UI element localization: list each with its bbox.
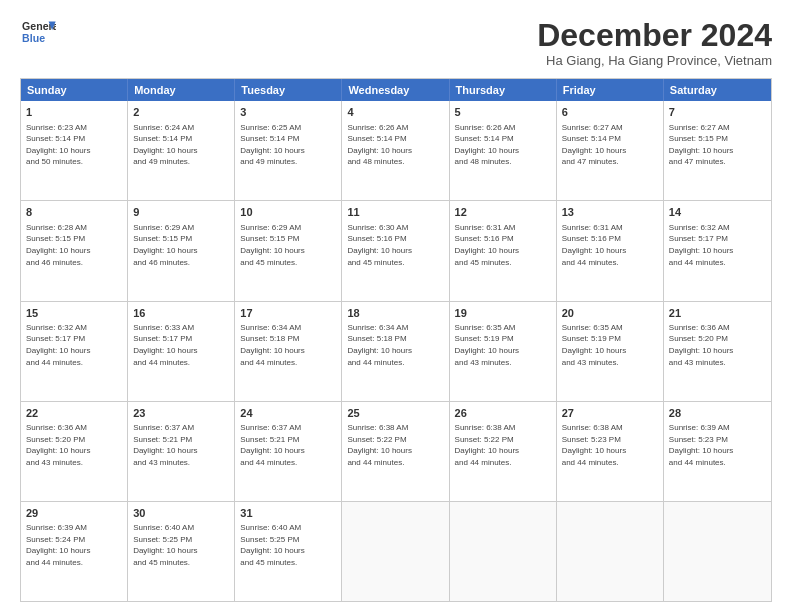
day-number: 6	[562, 105, 658, 120]
calendar-row: 22Sunrise: 6:36 AMSunset: 5:20 PMDayligh…	[21, 402, 771, 502]
calendar-cell	[342, 502, 449, 601]
calendar-cell: 27Sunrise: 6:38 AMSunset: 5:23 PMDayligh…	[557, 402, 664, 501]
day-number: 11	[347, 205, 443, 220]
cell-info: Sunrise: 6:31 AMSunset: 5:16 PMDaylight:…	[455, 222, 551, 268]
cell-info: Sunrise: 6:36 AMSunset: 5:20 PMDaylight:…	[669, 322, 766, 368]
weekday-header: Tuesday	[235, 79, 342, 101]
day-number: 23	[133, 406, 229, 421]
calendar-body: 1Sunrise: 6:23 AMSunset: 5:14 PMDaylight…	[21, 101, 771, 601]
cell-info: Sunrise: 6:26 AMSunset: 5:14 PMDaylight:…	[347, 122, 443, 168]
calendar-cell: 31Sunrise: 6:40 AMSunset: 5:25 PMDayligh…	[235, 502, 342, 601]
calendar-cell: 18Sunrise: 6:34 AMSunset: 5:18 PMDayligh…	[342, 302, 449, 401]
cell-info: Sunrise: 6:40 AMSunset: 5:25 PMDaylight:…	[133, 522, 229, 568]
cell-info: Sunrise: 6:35 AMSunset: 5:19 PMDaylight:…	[562, 322, 658, 368]
logo: General Blue	[20, 18, 56, 48]
weekday-header: Wednesday	[342, 79, 449, 101]
calendar-row: 8Sunrise: 6:28 AMSunset: 5:15 PMDaylight…	[21, 201, 771, 301]
cell-info: Sunrise: 6:33 AMSunset: 5:17 PMDaylight:…	[133, 322, 229, 368]
cell-info: Sunrise: 6:34 AMSunset: 5:18 PMDaylight:…	[347, 322, 443, 368]
calendar-cell: 21Sunrise: 6:36 AMSunset: 5:20 PMDayligh…	[664, 302, 771, 401]
day-number: 8	[26, 205, 122, 220]
cell-info: Sunrise: 6:37 AMSunset: 5:21 PMDaylight:…	[133, 422, 229, 468]
calendar-cell: 20Sunrise: 6:35 AMSunset: 5:19 PMDayligh…	[557, 302, 664, 401]
svg-text:Blue: Blue	[22, 32, 45, 44]
day-number: 13	[562, 205, 658, 220]
month-title: December 2024	[537, 18, 772, 53]
calendar-cell: 13Sunrise: 6:31 AMSunset: 5:16 PMDayligh…	[557, 201, 664, 300]
calendar-row: 1Sunrise: 6:23 AMSunset: 5:14 PMDaylight…	[21, 101, 771, 201]
title-block: December 2024 Ha Giang, Ha Giang Provinc…	[537, 18, 772, 68]
calendar-header: SundayMondayTuesdayWednesdayThursdayFrid…	[21, 79, 771, 101]
cell-info: Sunrise: 6:27 AMSunset: 5:14 PMDaylight:…	[562, 122, 658, 168]
calendar-cell: 26Sunrise: 6:38 AMSunset: 5:22 PMDayligh…	[450, 402, 557, 501]
day-number: 9	[133, 205, 229, 220]
day-number: 31	[240, 506, 336, 521]
calendar-cell: 15Sunrise: 6:32 AMSunset: 5:17 PMDayligh…	[21, 302, 128, 401]
day-number: 25	[347, 406, 443, 421]
day-number: 1	[26, 105, 122, 120]
calendar-cell: 30Sunrise: 6:40 AMSunset: 5:25 PMDayligh…	[128, 502, 235, 601]
weekday-header: Sunday	[21, 79, 128, 101]
day-number: 15	[26, 306, 122, 321]
calendar-cell	[557, 502, 664, 601]
cell-info: Sunrise: 6:28 AMSunset: 5:15 PMDaylight:…	[26, 222, 122, 268]
location: Ha Giang, Ha Giang Province, Vietnam	[537, 53, 772, 68]
cell-info: Sunrise: 6:38 AMSunset: 5:22 PMDaylight:…	[455, 422, 551, 468]
day-number: 26	[455, 406, 551, 421]
day-number: 3	[240, 105, 336, 120]
calendar-cell: 24Sunrise: 6:37 AMSunset: 5:21 PMDayligh…	[235, 402, 342, 501]
calendar-cell	[664, 502, 771, 601]
cell-info: Sunrise: 6:38 AMSunset: 5:22 PMDaylight:…	[347, 422, 443, 468]
day-number: 17	[240, 306, 336, 321]
cell-info: Sunrise: 6:26 AMSunset: 5:14 PMDaylight:…	[455, 122, 551, 168]
calendar-cell: 22Sunrise: 6:36 AMSunset: 5:20 PMDayligh…	[21, 402, 128, 501]
day-number: 2	[133, 105, 229, 120]
calendar-cell: 12Sunrise: 6:31 AMSunset: 5:16 PMDayligh…	[450, 201, 557, 300]
calendar-cell: 5Sunrise: 6:26 AMSunset: 5:14 PMDaylight…	[450, 101, 557, 200]
calendar-cell: 14Sunrise: 6:32 AMSunset: 5:17 PMDayligh…	[664, 201, 771, 300]
cell-info: Sunrise: 6:32 AMSunset: 5:17 PMDaylight:…	[669, 222, 766, 268]
calendar-cell: 28Sunrise: 6:39 AMSunset: 5:23 PMDayligh…	[664, 402, 771, 501]
calendar-row: 15Sunrise: 6:32 AMSunset: 5:17 PMDayligh…	[21, 302, 771, 402]
calendar-cell: 25Sunrise: 6:38 AMSunset: 5:22 PMDayligh…	[342, 402, 449, 501]
weekday-header: Saturday	[664, 79, 771, 101]
cell-info: Sunrise: 6:29 AMSunset: 5:15 PMDaylight:…	[240, 222, 336, 268]
day-number: 27	[562, 406, 658, 421]
cell-info: Sunrise: 6:27 AMSunset: 5:15 PMDaylight:…	[669, 122, 766, 168]
day-number: 22	[26, 406, 122, 421]
day-number: 20	[562, 306, 658, 321]
cell-info: Sunrise: 6:30 AMSunset: 5:16 PMDaylight:…	[347, 222, 443, 268]
cell-info: Sunrise: 6:25 AMSunset: 5:14 PMDaylight:…	[240, 122, 336, 168]
day-number: 16	[133, 306, 229, 321]
calendar-cell: 10Sunrise: 6:29 AMSunset: 5:15 PMDayligh…	[235, 201, 342, 300]
calendar-cell: 8Sunrise: 6:28 AMSunset: 5:15 PMDaylight…	[21, 201, 128, 300]
cell-info: Sunrise: 6:23 AMSunset: 5:14 PMDaylight:…	[26, 122, 122, 168]
day-number: 5	[455, 105, 551, 120]
calendar-cell: 1Sunrise: 6:23 AMSunset: 5:14 PMDaylight…	[21, 101, 128, 200]
weekday-header: Monday	[128, 79, 235, 101]
calendar-cell: 4Sunrise: 6:26 AMSunset: 5:14 PMDaylight…	[342, 101, 449, 200]
day-number: 28	[669, 406, 766, 421]
day-number: 10	[240, 205, 336, 220]
calendar-cell: 3Sunrise: 6:25 AMSunset: 5:14 PMDaylight…	[235, 101, 342, 200]
weekday-header: Friday	[557, 79, 664, 101]
calendar-cell: 11Sunrise: 6:30 AMSunset: 5:16 PMDayligh…	[342, 201, 449, 300]
day-number: 29	[26, 506, 122, 521]
cell-info: Sunrise: 6:31 AMSunset: 5:16 PMDaylight:…	[562, 222, 658, 268]
calendar-cell: 7Sunrise: 6:27 AMSunset: 5:15 PMDaylight…	[664, 101, 771, 200]
cell-info: Sunrise: 6:40 AMSunset: 5:25 PMDaylight:…	[240, 522, 336, 568]
calendar-cell	[450, 502, 557, 601]
calendar-cell: 19Sunrise: 6:35 AMSunset: 5:19 PMDayligh…	[450, 302, 557, 401]
calendar-row: 29Sunrise: 6:39 AMSunset: 5:24 PMDayligh…	[21, 502, 771, 601]
logo-icon: General Blue	[20, 18, 56, 48]
calendar-cell: 16Sunrise: 6:33 AMSunset: 5:17 PMDayligh…	[128, 302, 235, 401]
calendar-cell: 23Sunrise: 6:37 AMSunset: 5:21 PMDayligh…	[128, 402, 235, 501]
calendar-cell: 29Sunrise: 6:39 AMSunset: 5:24 PMDayligh…	[21, 502, 128, 601]
header: General Blue December 2024 Ha Giang, Ha …	[20, 18, 772, 68]
calendar-cell: 2Sunrise: 6:24 AMSunset: 5:14 PMDaylight…	[128, 101, 235, 200]
cell-info: Sunrise: 6:36 AMSunset: 5:20 PMDaylight:…	[26, 422, 122, 468]
cell-info: Sunrise: 6:37 AMSunset: 5:21 PMDaylight:…	[240, 422, 336, 468]
day-number: 18	[347, 306, 443, 321]
cell-info: Sunrise: 6:29 AMSunset: 5:15 PMDaylight:…	[133, 222, 229, 268]
weekday-header: Thursday	[450, 79, 557, 101]
